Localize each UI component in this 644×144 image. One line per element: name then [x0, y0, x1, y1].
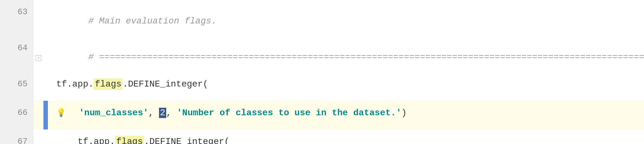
- string-num-classes: 'num_classes': [79, 108, 148, 118]
- code-editor: 63 # Main evaluation flags. 64 − # =====…: [0, 0, 644, 144]
- code-line-66: 66 💡 'num_classes', 2, 'Number of classe…: [0, 101, 644, 129]
- line-content-67: tf.app.flags.DEFINE_integer(: [48, 129, 644, 144]
- code-token: ,: [148, 108, 159, 118]
- line-content-64: # ======================================…: [48, 36, 644, 72]
- code-token: tf.app.: [56, 136, 115, 144]
- comment-text: # Main evaluation flags.: [88, 16, 217, 26]
- line-content-63: # Main evaluation flags.: [48, 0, 644, 36]
- fold-icon-64[interactable]: −: [36, 55, 41, 61]
- line-number-67: 67: [0, 129, 33, 144]
- code-token: [68, 108, 79, 118]
- string-description: 'Number of classes to use in the dataset…: [177, 108, 401, 118]
- breakpoint-gutter-64: [43, 36, 48, 72]
- fold-gutter-67: [33, 129, 43, 144]
- comment-separator: # ======================================…: [88, 52, 644, 62]
- fold-gutter-63: [33, 0, 43, 36]
- code-line-67: 67 tf.app.flags.DEFINE_integer(: [0, 129, 644, 144]
- selected-value: 2: [159, 108, 166, 118]
- code-line-64: 64 − # =================================…: [0, 36, 644, 72]
- line-number-65: 65: [0, 72, 33, 101]
- highlight-flags: flags: [115, 136, 144, 144]
- line-number-63: 63: [0, 0, 33, 36]
- breakpoint-gutter-66: [43, 101, 48, 129]
- hint-icon-66: 💡: [56, 109, 66, 117]
- line-number-64: 64: [0, 36, 33, 72]
- fold-gutter-66: [33, 101, 43, 129]
- breakpoint-gutter-65: [43, 72, 48, 101]
- line-content-66: 💡 'num_classes', 2, 'Number of classes t…: [48, 101, 644, 129]
- code-line-65: 65 tf.app.flags.DEFINE_integer(: [0, 72, 644, 101]
- code-token: ): [401, 108, 407, 118]
- code-line-63: 63 # Main evaluation flags.: [0, 0, 644, 36]
- code-token: .DEFINE_integer(: [123, 79, 208, 89]
- line-number-66: 66: [0, 101, 33, 129]
- code-token: ,: [166, 108, 177, 118]
- breakpoint-gutter-67: [43, 129, 48, 144]
- breakpoint-gutter-63: [43, 0, 48, 36]
- line-content-65: tf.app.flags.DEFINE_integer(: [48, 72, 644, 101]
- fold-gutter-64[interactable]: −: [33, 36, 43, 72]
- code-token: .DEFINE_integer(: [144, 136, 229, 144]
- code-token: tf.app.: [56, 79, 94, 89]
- fold-gutter-65: [33, 72, 43, 101]
- highlight-flags: flags: [94, 78, 123, 90]
